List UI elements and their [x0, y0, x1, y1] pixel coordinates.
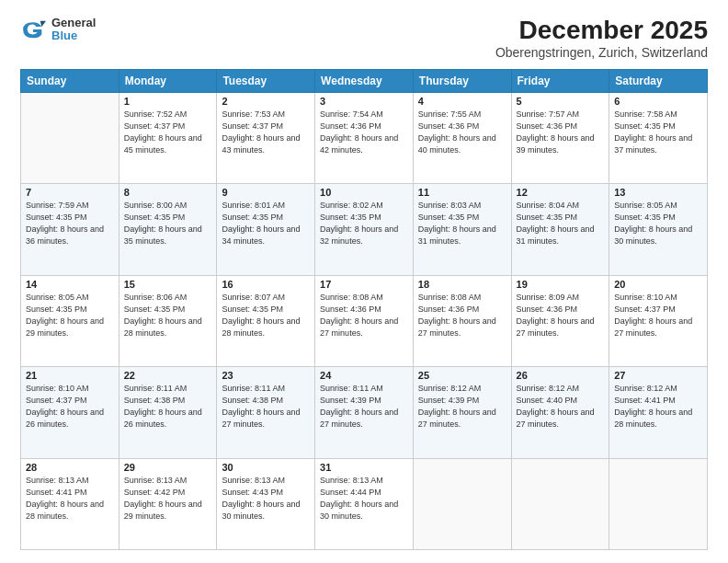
day-number: 22 — [124, 370, 212, 381]
cell-info: Sunrise: 8:11 AM Sunset: 4:38 PM Dayligh… — [124, 383, 212, 431]
sunrise-text: Sunrise: 8:13 AM — [320, 476, 383, 485]
sunrise-text: Sunrise: 8:12 AM — [517, 384, 580, 393]
sunrise-text: Sunrise: 7:59 AM — [26, 201, 89, 210]
day-number: 8 — [124, 187, 212, 198]
cell-info: Sunrise: 7:59 AM Sunset: 4:35 PM Dayligh… — [26, 200, 114, 247]
sunrise-text: Sunrise: 7:54 AM — [320, 109, 383, 119]
week-row-3: 14 Sunrise: 8:05 AM Sunset: 4:35 PM Dayl… — [21, 275, 708, 366]
sunset-text: Sunset: 4:39 PM — [320, 396, 381, 405]
cell-info: Sunrise: 7:53 AM Sunset: 4:37 PM Dayligh… — [222, 109, 310, 156]
calendar-cell: 2 Sunrise: 7:53 AM Sunset: 4:37 PM Dayli… — [217, 92, 315, 183]
cell-info: Sunrise: 8:09 AM Sunset: 4:36 PM Dayligh… — [517, 292, 605, 339]
day-number: 29 — [124, 462, 212, 473]
cell-info: Sunrise: 7:52 AM Sunset: 4:37 PM Dayligh… — [124, 109, 212, 156]
daylight-text: Daylight: 8 hours and 28 minutes. — [124, 316, 202, 338]
day-number: 17 — [320, 279, 408, 290]
calendar-cell: 13 Sunrise: 8:05 AM Sunset: 4:35 PM Dayl… — [609, 184, 708, 275]
day-number: 1 — [124, 96, 212, 107]
daylight-text: Daylight: 8 hours and 29 minutes. — [26, 316, 104, 338]
day-number: 4 — [418, 96, 506, 107]
daylight-text: Daylight: 8 hours and 27 minutes. — [517, 408, 595, 429]
calendar-cell: 24 Sunrise: 8:11 AM Sunset: 4:39 PM Dayl… — [315, 367, 414, 458]
sunset-text: Sunset: 4:43 PM — [222, 488, 283, 497]
sunrise-text: Sunrise: 8:05 AM — [614, 201, 677, 210]
logo-line2: Blue — [51, 29, 96, 42]
sunset-text: Sunset: 4:35 PM — [320, 213, 381, 222]
page: General Blue December 2025 Oberengstring… — [0, 0, 728, 563]
cell-info: Sunrise: 8:08 AM Sunset: 4:36 PM Dayligh… — [320, 292, 408, 339]
daylight-text: Daylight: 8 hours and 43 minutes. — [222, 133, 300, 155]
calendar-cell: 8 Sunrise: 8:00 AM Sunset: 4:35 PM Dayli… — [119, 184, 217, 275]
calendar-cell: 15 Sunrise: 8:06 AM Sunset: 4:35 PM Dayl… — [119, 275, 217, 366]
day-number: 24 — [320, 370, 408, 381]
cell-info: Sunrise: 8:06 AM Sunset: 4:35 PM Dayligh… — [124, 292, 212, 339]
day-number: 6 — [614, 96, 702, 107]
sunrise-text: Sunrise: 8:13 AM — [124, 476, 188, 485]
sunrise-text: Sunrise: 8:00 AM — [124, 201, 188, 210]
daylight-text: Daylight: 8 hours and 37 minutes. — [614, 133, 692, 155]
sunrise-text: Sunrise: 7:57 AM — [517, 109, 580, 119]
cell-info: Sunrise: 8:12 AM Sunset: 4:40 PM Dayligh… — [517, 383, 605, 431]
cell-info: Sunrise: 8:07 AM Sunset: 4:35 PM Dayligh… — [222, 292, 310, 339]
cell-info: Sunrise: 8:04 AM Sunset: 4:35 PM Dayligh… — [517, 200, 605, 247]
logo-text: General Blue — [51, 17, 96, 43]
day-number: 14 — [26, 279, 114, 290]
day-number: 7 — [26, 187, 114, 198]
calendar-cell: 10 Sunrise: 8:02 AM Sunset: 4:35 PM Dayl… — [315, 184, 414, 275]
day-number: 18 — [418, 279, 506, 290]
sunset-text: Sunset: 4:36 PM — [517, 121, 578, 131]
week-row-2: 7 Sunrise: 7:59 AM Sunset: 4:35 PM Dayli… — [21, 184, 708, 275]
sunset-text: Sunset: 4:35 PM — [124, 304, 186, 314]
cell-info: Sunrise: 8:12 AM Sunset: 4:41 PM Dayligh… — [614, 383, 702, 431]
calendar-cell: 16 Sunrise: 8:07 AM Sunset: 4:35 PM Dayl… — [217, 275, 315, 366]
sunset-text: Sunset: 4:37 PM — [222, 121, 283, 131]
sunrise-text: Sunrise: 8:06 AM — [124, 293, 188, 302]
calendar-header: Sunday Monday Tuesday Wednesday Thursday… — [21, 69, 708, 92]
calendar-cell: 14 Sunrise: 8:05 AM Sunset: 4:35 PM Dayl… — [21, 275, 119, 366]
col-saturday: Saturday — [609, 69, 708, 92]
calendar-cell: 28 Sunrise: 8:13 AM Sunset: 4:41 PM Dayl… — [21, 458, 119, 549]
cell-info: Sunrise: 8:10 AM Sunset: 4:37 PM Dayligh… — [26, 383, 114, 431]
col-monday: Monday — [119, 69, 217, 92]
cell-info: Sunrise: 7:54 AM Sunset: 4:36 PM Dayligh… — [320, 109, 408, 156]
cell-info: Sunrise: 7:55 AM Sunset: 4:36 PM Dayligh… — [418, 109, 506, 156]
day-number: 20 — [614, 279, 702, 290]
sunrise-text: Sunrise: 8:05 AM — [26, 293, 89, 302]
sunrise-text: Sunrise: 7:58 AM — [614, 109, 677, 119]
cell-info: Sunrise: 8:10 AM Sunset: 4:37 PM Dayligh… — [614, 292, 702, 339]
sunrise-text: Sunrise: 8:10 AM — [614, 293, 677, 302]
day-number: 25 — [418, 370, 506, 381]
cell-info: Sunrise: 8:00 AM Sunset: 4:35 PM Dayligh… — [124, 200, 212, 247]
calendar-cell: 25 Sunrise: 8:12 AM Sunset: 4:39 PM Dayl… — [413, 367, 511, 458]
daylight-text: Daylight: 8 hours and 32 minutes. — [320, 224, 398, 246]
cell-info: Sunrise: 8:11 AM Sunset: 4:39 PM Dayligh… — [320, 383, 408, 431]
sunset-text: Sunset: 4:35 PM — [517, 213, 578, 222]
sunset-text: Sunset: 4:35 PM — [418, 213, 480, 222]
cell-info: Sunrise: 8:02 AM Sunset: 4:35 PM Dayligh… — [320, 200, 408, 247]
sunrise-text: Sunrise: 8:11 AM — [124, 384, 188, 393]
sunrise-text: Sunrise: 8:07 AM — [222, 293, 285, 302]
day-number: 26 — [517, 370, 605, 381]
day-number: 31 — [320, 462, 408, 473]
cell-info: Sunrise: 8:12 AM Sunset: 4:39 PM Dayligh… — [418, 383, 506, 431]
calendar-cell: 18 Sunrise: 8:08 AM Sunset: 4:36 PM Dayl… — [413, 275, 511, 366]
calendar-cell: 31 Sunrise: 8:13 AM Sunset: 4:44 PM Dayl… — [315, 458, 414, 549]
daylight-text: Daylight: 8 hours and 28 minutes. — [222, 316, 300, 338]
header-row: Sunday Monday Tuesday Wednesday Thursday… — [21, 69, 708, 92]
col-friday: Friday — [511, 69, 609, 92]
daylight-text: Daylight: 8 hours and 27 minutes. — [222, 408, 300, 429]
week-row-5: 28 Sunrise: 8:13 AM Sunset: 4:41 PM Dayl… — [21, 458, 708, 549]
day-number: 12 — [517, 187, 605, 198]
sunrise-text: Sunrise: 7:52 AM — [124, 109, 188, 119]
daylight-text: Daylight: 8 hours and 27 minutes. — [517, 316, 595, 338]
calendar-cell: 21 Sunrise: 8:10 AM Sunset: 4:37 PM Dayl… — [21, 367, 119, 458]
sunrise-text: Sunrise: 7:53 AM — [222, 109, 285, 119]
day-number: 23 — [222, 370, 310, 381]
daylight-text: Daylight: 8 hours and 35 minutes. — [124, 224, 202, 246]
sunset-text: Sunset: 4:39 PM — [418, 396, 480, 405]
cell-info: Sunrise: 8:05 AM Sunset: 4:35 PM Dayligh… — [614, 200, 702, 247]
cell-info: Sunrise: 8:13 AM Sunset: 4:41 PM Dayligh… — [26, 475, 114, 523]
calendar-cell: 20 Sunrise: 8:10 AM Sunset: 4:37 PM Dayl… — [609, 275, 708, 366]
sunrise-text: Sunrise: 8:01 AM — [222, 201, 285, 210]
sunset-text: Sunset: 4:35 PM — [614, 213, 676, 222]
